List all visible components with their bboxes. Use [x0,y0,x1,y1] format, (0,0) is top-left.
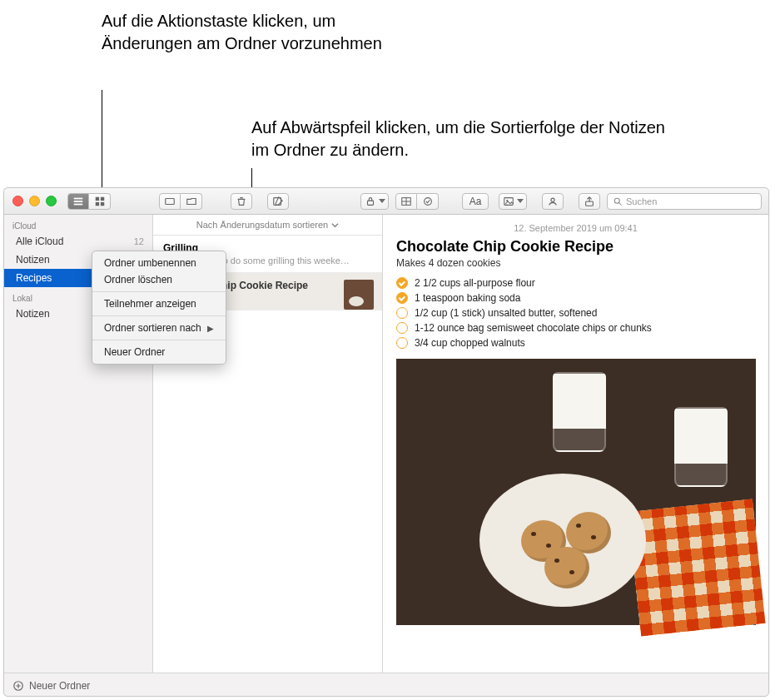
zoom-window-button[interactable] [46,196,57,206]
svg-rect-8 [274,197,281,205]
sidebar-section-icloud: iCloud [4,218,152,232]
note-thumbnail [344,280,374,310]
note-heading: Chocolate Chip Cookie Recipe [396,238,755,256]
ctx-rename-folder[interactable]: Ordner umbenennen [92,255,226,271]
notes-window: Aa Suchen [3,187,769,697]
svg-rect-0 [74,197,83,199]
chevron-down-icon [379,199,385,203]
ctx-label: Ordner löschen [104,274,172,285]
checklist-item[interactable]: 2 1/2 cups all-purpose flour [396,277,755,289]
share-icon [584,196,595,207]
checklist-text: 3/4 cup chopped walnuts [415,337,525,349]
sidebar-item-label: Alle iCloud [16,236,63,247]
search-placeholder: Suchen [626,196,657,206]
trash-button[interactable] [231,193,252,210]
note-content[interactable]: 12. September 2019 um 09:41 Chocolate Ch… [383,215,768,673]
ctx-separator [92,291,226,292]
chevron-down-icon [331,221,339,229]
ctx-delete-folder[interactable]: Ordner löschen [92,271,226,288]
plus-circle-icon [12,680,24,692]
attachments-button[interactable] [159,193,181,210]
checklist-text: 1/2 cup (1 stick) unsalted butter, softe… [415,307,597,319]
table-icon [400,196,412,207]
lock-icon [365,196,376,207]
checkbox[interactable] [396,337,408,349]
compose-icon [272,196,284,207]
ctx-new-folder[interactable]: Neuer Ordner [92,344,226,360]
new-note-button[interactable] [267,193,289,210]
submenu-arrow-icon: ▶ [207,324,214,333]
chevron-down-icon [517,199,524,203]
titlebar: Aa Suchen [4,188,768,215]
attachment-icon [164,196,176,207]
new-folder-button[interactable]: Neuer Ordner [29,680,90,692]
sidebar-item-all-icloud[interactable]: Alle iCloud 12 [4,232,152,251]
svg-rect-7 [166,198,175,204]
ctx-label: Ordner sortieren nach [104,322,201,334]
svg-line-19 [619,202,622,205]
checklist: 2 1/2 cups all-purpose flour1 teaspoon b… [396,277,755,349]
sort-dropdown[interactable]: Nach Änderungsdatum sortieren [153,215,382,236]
table-button[interactable] [395,193,417,210]
ctx-label: Teilnehmer anzeigen [104,298,196,310]
svg-rect-3 [95,196,98,200]
svg-rect-1 [74,201,83,202]
grid-icon [94,196,106,207]
folder-icon [186,196,197,207]
checklist-text: 1 teaspoon baking soda [415,292,520,304]
checklist-icon [422,196,434,207]
delete-note-button[interactable] [181,193,202,210]
sidebar-item-label: Notizen [16,308,50,320]
ctx-separator [92,315,226,316]
media-button[interactable] [499,193,527,210]
svg-rect-5 [95,201,98,205]
svg-point-13 [424,197,431,205]
ctx-label: Ordner umbenennen [104,257,196,269]
checklist-item[interactable]: 1-12 ounce bag semisweet chocolate chips… [396,322,755,334]
svg-rect-4 [100,196,103,200]
trash-icon [236,196,247,207]
callout-action: Auf die Aktionstaste klicken, um Änderun… [102,10,385,55]
share-button[interactable] [579,193,600,210]
window-controls [12,196,57,206]
lock-button[interactable] [360,193,389,210]
sidebar-item-count: 12 [134,236,144,246]
folder-context-menu: Ordner umbenennen Ordner löschen Teilneh… [92,251,226,365]
checklist-item[interactable]: 1/2 cup (1 stick) unsalted butter, softe… [396,307,755,319]
note-photo [396,359,756,625]
svg-rect-9 [367,201,373,205]
checkbox[interactable] [396,307,408,319]
ctx-sort-folder[interactable]: Ordner sortieren nach ▶ [92,320,226,336]
checklist-item[interactable]: 1 teaspoon baking soda [396,292,755,304]
callout-sort: Auf Abwärtspfeil klicken, um die Sortier… [251,117,684,161]
close-window-button[interactable] [12,196,23,206]
checklist-text: 1-12 ounce bag semisweet chocolate chips… [415,322,652,334]
view-toggle [67,193,111,210]
sort-label: Nach Änderungsdatum sortieren [196,220,328,230]
gallery-view-button[interactable] [89,193,111,210]
svg-point-16 [551,198,554,201]
note-meta: 12. September 2019 um 09:41 [396,223,755,233]
collaborate-button[interactable] [542,193,564,210]
sidebar-item-label: Recipes [16,272,52,284]
ctx-show-participants[interactable]: Teilnehmer anzeigen [92,295,226,312]
ctx-separator [92,340,226,340]
checkbox[interactable] [396,322,408,334]
list-view-button[interactable] [67,193,89,210]
checkbox[interactable] [396,292,408,304]
svg-rect-2 [74,203,83,205]
minimize-window-button[interactable] [29,196,40,206]
format-button[interactable]: Aa [462,193,489,210]
search-input[interactable]: Suchen [607,193,762,210]
checklist-button[interactable] [417,193,439,210]
sidebar-item-label: Notizen [16,254,50,266]
add-people-icon [547,196,559,207]
checkbox[interactable] [396,277,408,289]
note-subheading: Makes 4 dozen cookies [396,257,755,269]
search-icon [613,196,623,206]
list-icon [72,196,84,207]
checklist-text: 2 1/2 cups all-purpose flour [415,277,535,289]
checklist-item[interactable]: 3/4 cup chopped walnuts [396,337,755,349]
sidebar-footer: Neuer Ordner [4,673,768,697]
svg-point-18 [614,198,619,203]
